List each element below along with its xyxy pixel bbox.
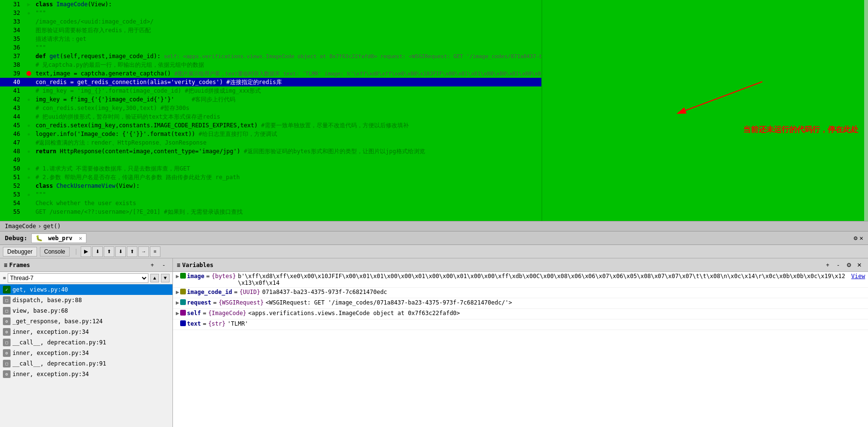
frames-collapse-btn[interactable]: - — [159, 260, 169, 270]
run-to-cursor-btn[interactable]: ⬆ — [127, 246, 137, 257]
dot-icon: ● — [28, 175, 30, 180]
line-content: # 2.参数 帮助用户名是否存在，传递用户名参数 路由传参此处方便 re_pat… — [34, 173, 868, 182]
variables-header-actions: + - ⚙ ✕ — [823, 260, 864, 270]
breadcrumb-separator: › — [38, 223, 41, 230]
var-item-request[interactable]: ▶ request = {WSGIRequest} <WSGIRequest: … — [173, 298, 868, 309]
frame-item-get-response[interactable]: ⚙ _get_response, base.py:124 — [0, 316, 172, 327]
line-number: 38 — [0, 61, 24, 68]
debug-tab-icon: 🐛 — [36, 235, 43, 242]
line-content: # 见captcha.py的最后一行，即输出的元组，依据元组中的数据 — [34, 61, 868, 69]
line-content: 描述请求方法：get — [34, 35, 868, 43]
expand-request-icon[interactable]: ▶ — [176, 299, 179, 306]
variables-header: ≡ Variables + - ⚙ ✕ — [173, 258, 868, 272]
expand-self-icon[interactable]: ▶ — [176, 310, 179, 317]
frame-item-dispatch[interactable]: □ dispatch, base.py:88 — [0, 295, 172, 305]
resume-btn[interactable]: ▶ — [81, 246, 91, 257]
var-name-text: text — [187, 320, 201, 327]
line-number: 47 — [0, 139, 24, 146]
line-number: 54 — [0, 200, 24, 207]
line-content: text,image = captcha.generate_captcha() … — [34, 69, 868, 78]
var-view-link-image[interactable]: View — [851, 273, 865, 280]
line-number: 34 — [0, 27, 24, 34]
frame-item-view[interactable]: □ view, base.py:68 — [0, 305, 172, 316]
breadcrumb-item-get[interactable]: get() — [43, 223, 61, 230]
var-value-image: b'\xff\xd8\xff\xe0\x00\x10JFIF\x00\x01\x… — [238, 273, 847, 286]
var-eq-text: = — [203, 320, 206, 327]
line-gutter: ● — [24, 132, 34, 136]
frame-item-inner3[interactable]: ⚙ inner, exception.py:34 — [0, 369, 172, 379]
arrow-icon: ▶ — [27, 1, 30, 8]
frame-item-call2[interactable]: □ __call__, deprecation.py:91 — [0, 358, 172, 369]
breadcrumb-item-imagecode[interactable]: ImageCode — [5, 223, 36, 230]
line-number: 33 — [0, 18, 24, 25]
line-content: 图形验证码需要标签后存入redis，用于匹配 — [34, 26, 868, 35]
step-over-btn[interactable]: ⬇ — [92, 246, 103, 257]
thread-icon: ≡ — [3, 275, 6, 281]
var-name-image-code-id: image_code_id — [187, 289, 232, 295]
code-line-46: 46 ● logger.info('Image_code: {'{'}}'.fo… — [0, 130, 868, 138]
line-content: logger.info('Image_code: {'{'}}'.format(… — [34, 130, 868, 138]
var-expand-all-btn[interactable]: + — [823, 260, 832, 270]
code-container: 31 ▶ class ImageCode(View): 32 ● """ 33 … — [0, 0, 868, 221]
thread-down-btn[interactable]: ▼ — [161, 274, 170, 282]
code-line-53: 53 ● """ — [0, 190, 868, 199]
frames-expand-btn[interactable]: + — [147, 260, 157, 270]
line-gutter — [24, 71, 34, 76]
code-line-47: 47 #返回检查满的方法：render、HttpResponse、JsonRes… — [0, 138, 868, 147]
code-line-50: 50 ● # 1.请求方式 不需要修改数据库，只是去数据库查，用GET — [0, 164, 868, 173]
console-tab-btn[interactable]: Console — [40, 247, 70, 256]
wsgi-type-icon — [180, 299, 186, 305]
step-out-btn[interactable]: ⬇ — [115, 246, 126, 257]
debugger-tab-btn[interactable]: Debugger — [3, 247, 37, 256]
line-number: 37 — [0, 53, 24, 60]
variables-icon: ≡ — [177, 262, 180, 268]
debug-settings-icon[interactable]: ⚙ — [854, 234, 857, 242]
var-value-text: 'TLMR' — [228, 320, 866, 327]
frame-item-inner2[interactable]: ⚙ inner, exception.py:34 — [0, 348, 172, 358]
var-item-image-code-id[interactable]: ▶ image_code_id = {UUID} 071a8437-ba23-4… — [173, 288, 868, 298]
str-type-icon — [180, 320, 186, 326]
frame-icon-get: ✓ — [3, 286, 11, 293]
code-line-35: 35 描述请求方法：get — [0, 35, 868, 43]
frame-label-inner1: inner, exception.py:34 — [12, 329, 89, 335]
code-line-32: 32 ● """ — [0, 9, 868, 17]
frames-header-actions: + - — [147, 260, 169, 270]
thread-select[interactable]: Thread-7 — [8, 273, 148, 283]
line-number: 44 — [0, 113, 24, 120]
frames-btn[interactable]: ≡ — [150, 246, 160, 257]
expand-image-icon[interactable]: ▶ — [176, 273, 179, 280]
line-content: con_redis.setex(img_key,constants.IMAGE_… — [34, 121, 868, 130]
var-item-self[interactable]: ▶ self = {ImageCode} <apps.verifications… — [173, 309, 868, 319]
debug-tab[interactable]: 🐛 web_prv ✕ — [31, 233, 86, 243]
code-line-48: 48 ● return HttpResponse(content=image,c… — [0, 147, 868, 156]
var-item-text[interactable]: ▶ text = {str} 'TLMR' — [173, 319, 868, 330]
code-line-40: 40 con_redis = get_redis_connection(alia… — [0, 78, 868, 86]
editor-scrollbar[interactable] — [864, 0, 868, 221]
line-content: Check whether the user exists — [34, 199, 868, 207]
frame-item-inner1[interactable]: ⚙ inner, exception.py:34 — [0, 327, 172, 337]
debug-close-icon[interactable]: ✕ — [859, 234, 863, 242]
line-content: # 1.请求方式 不需要修改数据库，只是去数据库查，用GET — [34, 164, 868, 173]
frame-item-call1[interactable]: □ __call__, deprecation.py:91 — [0, 337, 172, 348]
line-content: return HttpResponse(content=image,conten… — [34, 147, 868, 156]
frame-item-get[interactable]: ✓ get, views.py:40 — [0, 284, 172, 295]
var-collapse-all-btn[interactable]: - — [833, 260, 843, 270]
thread-up-btn[interactable]: ▲ — [150, 274, 159, 282]
frame-label-inner3: inner, exception.py:34 — [12, 371, 89, 378]
evaluate-btn[interactable]: → — [138, 246, 149, 257]
step-into-btn[interactable]: ⬆ — [104, 246, 114, 257]
code-line-52: 52 class CheckUsernameView(View): — [0, 182, 868, 190]
var-close-btn[interactable]: ✕ — [855, 260, 864, 270]
frame-icon-get-response: ⚙ — [3, 317, 11, 325]
line-number: 35 — [0, 36, 24, 42]
code-line-55: 55 GET /username/<??:username>/[?E_201] … — [0, 207, 868, 216]
expand-image-code-id-icon[interactable]: ▶ — [176, 289, 179, 295]
close-tab-icon[interactable]: ✕ — [79, 235, 82, 242]
frames-panel: ≡ Frames + - ≡ Thread-7 ▲ ▼ ✓ get, views… — [0, 258, 173, 427]
dot-icon: ● — [28, 123, 30, 128]
var-item-image[interactable]: ▶ image = {bytes} b'\xff\xd8\xff\xe0\x00… — [173, 272, 868, 288]
line-gutter: ● — [24, 149, 34, 154]
line-number: 43 — [0, 105, 24, 111]
var-settings-btn[interactable]: ⚙ — [844, 260, 854, 270]
dot-icon: ● — [28, 11, 30, 15]
